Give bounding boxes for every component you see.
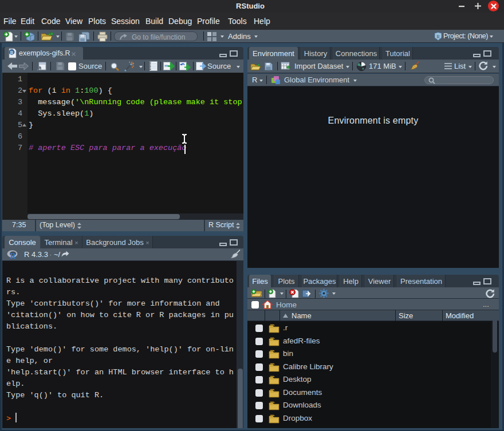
svg-text:R: R — [10, 50, 13, 56]
svg-text:R: R — [10, 252, 17, 260]
svg-text:R: R — [436, 34, 440, 39]
